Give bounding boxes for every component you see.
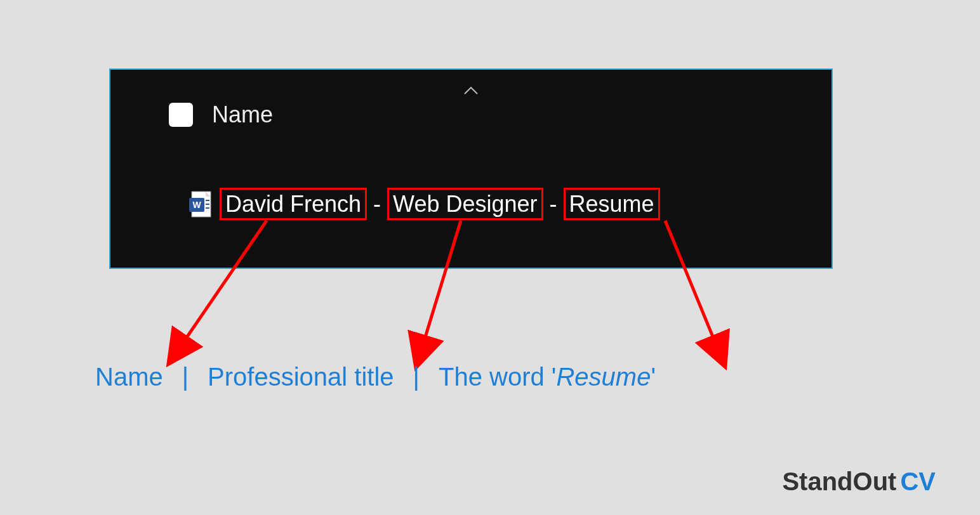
filename-part-name: David French	[220, 188, 367, 220]
word-document-icon: W	[189, 190, 212, 218]
callout-labels: Name | Professional title | The word 'Re…	[95, 363, 656, 391]
column-header-name[interactable]: Name	[212, 101, 273, 128]
callout-divider: |	[172, 363, 199, 391]
file-name: David French - Web Designer - Resume	[220, 188, 660, 220]
callout-name: Name	[95, 363, 163, 391]
callout-resume-word: Resume	[556, 363, 651, 391]
select-all-checkbox[interactable]	[169, 103, 193, 127]
callout-title: Professional title	[208, 363, 394, 391]
filename-part-title: Web Designer	[387, 188, 543, 220]
callout-resume-suffix: '	[651, 363, 656, 391]
sort-chevron-icon[interactable]	[463, 85, 479, 98]
callout-divider: |	[403, 363, 430, 391]
filename-separator: -	[367, 191, 387, 218]
brand-cv-text: CV	[900, 467, 936, 496]
callout-resume: The word 'Resume'	[439, 363, 656, 391]
brand-standout-text: StandOut	[782, 467, 896, 496]
svg-text:W: W	[192, 200, 201, 210]
filename-separator: -	[543, 191, 564, 218]
column-header-row: Name	[169, 101, 273, 128]
callout-resume-prefix: The word '	[439, 363, 557, 391]
brand-logo: StandOut CV	[782, 467, 936, 496]
file-row[interactable]: W David French - Web Designer - Resume	[189, 188, 660, 220]
filename-part-resume: Resume	[564, 188, 660, 220]
file-explorer-panel: Name W David French - Web Designer - Res…	[109, 68, 833, 269]
